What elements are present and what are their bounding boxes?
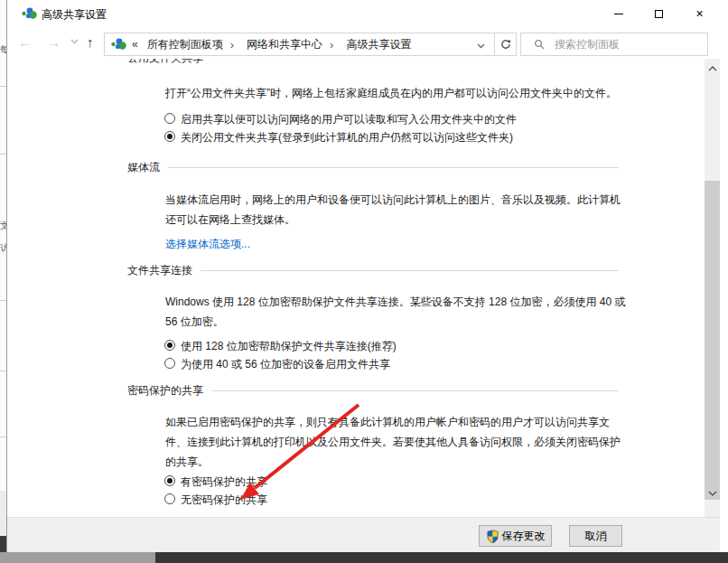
radio-password-protected-off[interactable]: 无密码保护的共享 bbox=[164, 491, 267, 509]
forward-icon[interactable]: → bbox=[47, 34, 61, 51]
background-bottom-gray bbox=[0, 552, 155, 563]
clipped-text-fragment: 每 bbox=[0, 43, 7, 56]
public-folder-description: 打开“公用文件夹共享”时，网络上包括家庭组成员在内的用户都可以访问公用文件夹中的… bbox=[165, 83, 630, 103]
minimize-icon bbox=[614, 14, 623, 14]
breadcrumb-item-advanced-sharing[interactable]: 高级共享设置 bbox=[346, 37, 411, 52]
search-box bbox=[520, 33, 708, 56]
settings-content: 公用文件夹共享 打开“公用文件夹共享”时，网络上包括家庭组成员在内的用户都可以访… bbox=[7, 59, 705, 517]
breadcrumb-separator-icon: › bbox=[230, 38, 234, 52]
breadcrumb-item-network-sharing-center[interactable]: 网络和共享中心 bbox=[247, 37, 322, 52]
save-changes-label: 保存更改 bbox=[502, 529, 546, 544]
save-changes-button[interactable]: 保存更改 bbox=[479, 525, 552, 547]
radio-icon[interactable] bbox=[164, 475, 175, 486]
cancel-button[interactable]: 取消 bbox=[569, 525, 622, 547]
file-sharing-description: Windows 使用 128 位加密帮助保护文件共享连接。某些设备不支持 128… bbox=[165, 292, 630, 332]
radio-password-protected-on[interactable]: 有密码保护的共享 bbox=[164, 473, 267, 491]
section-rule bbox=[168, 167, 619, 168]
close-icon: × bbox=[695, 7, 703, 20]
breadcrumb-collapse[interactable]: « bbox=[132, 38, 138, 51]
section-heading-public-folder: 公用文件夹共享 bbox=[127, 59, 619, 65]
section-heading-media-streaming: 媒体流 bbox=[127, 160, 619, 174]
radio-icon[interactable] bbox=[164, 131, 175, 142]
radio-label: 有密码保护的共享 bbox=[181, 473, 267, 491]
section-rule bbox=[211, 390, 619, 391]
radio-icon[interactable] bbox=[164, 358, 175, 369]
scroll-up-button[interactable] bbox=[705, 61, 720, 76]
radio-label: 无密码保护的共享 bbox=[181, 491, 267, 509]
maximize-icon bbox=[655, 10, 663, 18]
media-streaming-description: 当媒体流启用时，网络上的用户和设备便可以访问此计算机上的图片、音乐以及视频。此计… bbox=[165, 190, 630, 230]
section-heading-file-sharing-connections: 文件共享连接 bbox=[127, 263, 619, 277]
search-icon bbox=[534, 39, 546, 51]
history-chevron-icon[interactable] bbox=[70, 39, 79, 44]
radio-128bit-encryption[interactable]: 使用 128 位加密帮助保护文件共享连接(推荐) bbox=[164, 337, 397, 355]
breadcrumb-item-all-control-panel[interactable]: 所有控制面板项 bbox=[147, 37, 223, 52]
radio-label: 为使用 40 或 56 位加密的设备启用文件共享 bbox=[181, 355, 390, 373]
maximize-button[interactable] bbox=[639, 0, 679, 27]
clipped-text-fragment: 访 bbox=[0, 242, 7, 255]
minimize-button[interactable] bbox=[598, 0, 639, 27]
radio-enable-public-folder-sharing[interactable]: 启用共享以便可以访问网络的用户可以读取和写入公用文件夹中的文件 bbox=[164, 110, 517, 128]
radio-40-56bit-encryption[interactable]: 为使用 40 或 56 位加密的设备启用文件共享 bbox=[164, 355, 390, 373]
clipped-text-fragment: 文 bbox=[0, 220, 7, 232]
radio-icon[interactable] bbox=[164, 493, 175, 504]
scroll-down-button[interactable] bbox=[705, 485, 720, 501]
breadcrumb-sharing-icon bbox=[111, 37, 126, 52]
cancel-label: 取消 bbox=[585, 529, 607, 544]
footer-bar: 保存更改 取消 bbox=[7, 517, 720, 552]
section-heading-password-protected-sharing: 密码保护的共享 bbox=[127, 383, 619, 398]
media-streaming-options-link[interactable]: 选择媒体流选项... bbox=[165, 234, 630, 254]
titlebar: 高级共享设置 × bbox=[7, 0, 728, 27]
radio-label: 关闭公用文件夹共享(登录到此计算机的用户仍然可以访问这些文件夹) bbox=[181, 128, 513, 146]
scrollbar-thumb[interactable] bbox=[705, 181, 720, 500]
sharing-app-icon bbox=[22, 6, 37, 21]
back-icon[interactable]: ← bbox=[18, 34, 32, 51]
section-rule bbox=[201, 270, 619, 271]
search-input[interactable] bbox=[555, 38, 707, 51]
background-window-strip: 每 文 访 bbox=[0, 0, 7, 552]
background-bottom-dark bbox=[155, 552, 728, 563]
radio-label: 启用共享以便可以访问网络的用户可以读取和写入公用文件夹中的文件 bbox=[181, 110, 517, 128]
address-dropdown-chevron-icon[interactable] bbox=[477, 43, 485, 49]
window-title: 高级共享设置 bbox=[42, 7, 107, 23]
radio-icon[interactable] bbox=[164, 113, 175, 124]
radio-icon[interactable] bbox=[164, 340, 175, 351]
radio-disable-public-folder-sharing[interactable]: 关闭公用文件夹共享(登录到此计算机的用户仍然可以访问这些文件夹) bbox=[164, 128, 513, 146]
radio-label: 使用 128 位加密帮助保护文件共享连接(推荐) bbox=[181, 337, 397, 355]
close-button[interactable]: × bbox=[679, 0, 720, 27]
refresh-button[interactable] bbox=[494, 33, 517, 56]
vertical-scrollbar[interactable] bbox=[705, 59, 720, 517]
chevron-up-icon bbox=[708, 66, 717, 71]
chevron-down-icon bbox=[708, 491, 717, 496]
advanced-sharing-settings-window: 高级共享设置 × ← → ↑ « 所有控制面板项 › 网络和共享中心 › 高级共… bbox=[7, 0, 728, 552]
breadcrumb-separator-icon: › bbox=[330, 38, 333, 52]
uac-shield-icon bbox=[486, 530, 499, 543]
password-protected-description: 如果已启用密码保护的共享，则只有具备此计算机的用户帐户和密码的用户才可以访问共享… bbox=[165, 412, 630, 472]
refresh-icon bbox=[499, 38, 512, 51]
breadcrumb: « 所有控制面板项 › 网络和共享中心 › 高级共享设置 bbox=[104, 33, 495, 56]
navigation-bar: ← → ↑ « 所有控制面板项 › 网络和共享中心 › 高级共享设置 bbox=[7, 27, 728, 59]
up-icon[interactable]: ↑ bbox=[87, 34, 94, 51]
